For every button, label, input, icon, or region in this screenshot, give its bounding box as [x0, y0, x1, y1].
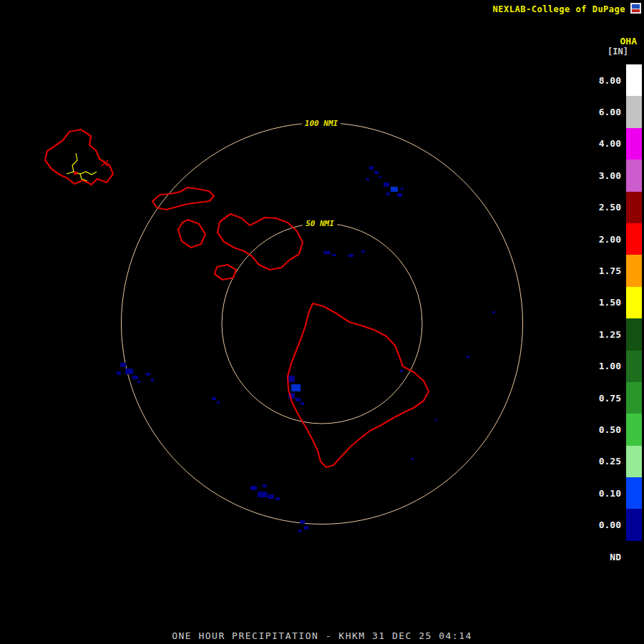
cod-logo-icon [630, 3, 641, 14]
oahu-roads [67, 153, 97, 181]
precip-echo [386, 192, 390, 195]
legend-row: 4.00 [599, 128, 642, 160]
precip-echo [125, 369, 133, 374]
precip-echo [374, 171, 379, 174]
precip-echo [361, 250, 365, 253]
legend-row: 0.00 [599, 509, 642, 540]
radar-display: 100 NMI 50 NMI NEXLAB-College of DuPage … [0, 0, 644, 644]
precip-echo [268, 494, 274, 499]
legend-swatch [626, 541, 642, 572]
precip-echo [263, 484, 267, 487]
legend-label: 0.10 [599, 488, 621, 499]
ring-label-50nmi: 50 NMI [303, 219, 337, 228]
precip-echo [467, 356, 469, 358]
legend-swatch [626, 477, 642, 509]
precip-echo [492, 311, 495, 313]
page-title: NEXLAB-College of DuPage [493, 4, 625, 14]
product-caption: ONE HOUR PRECIPITATION - KHKM 31 DEC 25 … [0, 630, 644, 641]
precip-echo [296, 398, 301, 401]
legend-label: 8.00 [599, 75, 621, 86]
legend-swatch [626, 96, 642, 127]
legend-swatch [626, 509, 642, 540]
honolulu-marker [74, 172, 77, 175]
precip-echo [369, 166, 374, 170]
island-oahu-outline [45, 130, 113, 185]
legend-swatch [626, 318, 642, 350]
legend-label: 2.50 [599, 202, 621, 213]
units-label: [IN] [608, 47, 628, 57]
legend-row: 3.00 [599, 160, 642, 191]
color-scale: 8.006.004.003.002.502.001.751.501.251.00… [599, 64, 642, 572]
legend-row: 2.00 [599, 223, 642, 255]
precip-echo [435, 419, 437, 421]
legend-row: 1.25 [599, 318, 642, 350]
legend-label: 2.00 [599, 234, 621, 245]
precip-echo [348, 254, 353, 257]
precip-echo [151, 379, 154, 381]
precip-echo [258, 492, 267, 497]
precip-echo [117, 371, 121, 375]
precip-echo [379, 176, 381, 178]
legend-swatch [626, 287, 642, 318]
precip-echo [217, 401, 220, 404]
legend-label: 0.50 [599, 424, 621, 435]
legend-label: 1.00 [599, 361, 621, 371]
legend-row: 6.00 [599, 96, 642, 127]
legend-row: 0.10 [599, 477, 642, 509]
island-hawaii-outline [288, 303, 429, 467]
legend-swatch [626, 223, 642, 255]
legend-label: 0.75 [599, 393, 621, 404]
legend-label: 1.50 [599, 297, 621, 308]
island-outlines [45, 130, 429, 467]
island-kahoolawe-outline [215, 265, 236, 280]
legend-row: 0.75 [599, 382, 642, 414]
precip-echo [384, 182, 389, 187]
legend-row: ND [599, 541, 642, 572]
precip-echo [120, 363, 126, 367]
legend-swatch [626, 192, 642, 223]
precip-echo [400, 370, 403, 372]
legend-swatch [626, 160, 642, 191]
legend-row: 1.50 [599, 287, 642, 318]
precip-echo [332, 254, 336, 256]
road-line [72, 153, 77, 172]
product-code-label: OHA [620, 36, 637, 47]
legend-row: 0.50 [599, 414, 642, 445]
road-line [80, 174, 87, 181]
precip-echo [300, 520, 305, 524]
island-molokai-outline [152, 187, 214, 210]
legend-label: 4.00 [599, 138, 621, 149]
precip-echo [397, 193, 402, 197]
legend-swatch [626, 64, 642, 96]
legend-swatch [626, 351, 642, 382]
legend-swatch [626, 128, 642, 160]
precip-echo [291, 384, 301, 391]
radar-map [0, 0, 644, 644]
precip-echo [401, 187, 404, 190]
precip-echo [212, 397, 216, 400]
legend-row: 1.00 [599, 351, 642, 382]
legend-swatch [626, 382, 642, 414]
ring-label-100nmi: 100 NMI [302, 119, 341, 128]
precip-echo [391, 187, 398, 192]
legend-label: 0.00 [599, 519, 621, 530]
road-line [67, 172, 97, 175]
legend-label: 1.25 [599, 329, 621, 340]
precip-echo [323, 251, 331, 254]
island-lanai-outline [178, 220, 205, 248]
legend-label: 1.75 [599, 265, 621, 276]
legend-row: 0.25 [599, 446, 642, 477]
precip-echo [132, 376, 138, 379]
precip-echo [301, 402, 304, 405]
legend-label: 6.00 [599, 107, 621, 117]
legend-row: 2.50 [599, 192, 642, 223]
legend-label: 0.25 [599, 456, 621, 467]
legend-swatch [626, 446, 642, 477]
precip-echo [298, 530, 301, 532]
legend-label: 3.00 [599, 170, 621, 181]
range-ring-50nmi [222, 223, 422, 424]
precip-echo [250, 486, 257, 490]
legend-swatch [626, 414, 642, 445]
precip-echo [146, 373, 150, 376]
legend-row: 8.00 [599, 64, 642, 96]
